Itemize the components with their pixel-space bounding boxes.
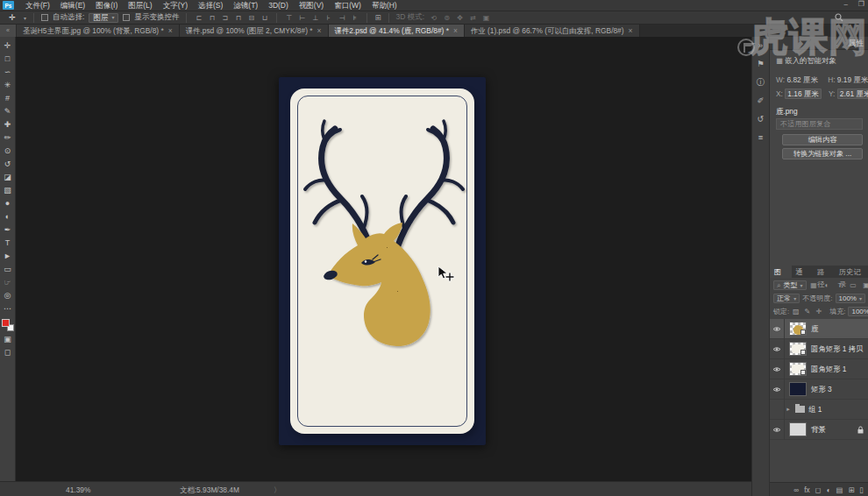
hand-tool[interactable]: ☞ — [1, 276, 15, 289]
tab-document-3-active[interactable]: 课件2.psd @ 41.4% (鹿, RGB/8#) * × — [329, 25, 465, 37]
move-tool[interactable]: ✛ — [1, 39, 15, 53]
tab-document-4[interactable]: 作业 (1).psd @ 66.7% (可以自由发挥, RGB/8#) × — [465, 25, 640, 37]
new-group-icon[interactable]: ▤ — [836, 485, 843, 494]
zoom-tool[interactable]: ◎ — [1, 289, 15, 302]
dodge-tool[interactable]: ◐ — [1, 210, 15, 223]
filter-shape-icon[interactable]: ▭ — [849, 281, 858, 289]
adjustment-layer-icon[interactable]: ◐ — [827, 485, 831, 494]
lasso-tool[interactable]: ∽ — [1, 66, 15, 79]
align-top-icon[interactable]: ⊓ — [233, 14, 243, 22]
layer-name[interactable]: 鹿 — [811, 324, 818, 334]
edit-contents-button[interactable]: 编辑内容 — [782, 134, 863, 145]
align-bottom-icon[interactable]: ⊔ — [260, 14, 269, 22]
tab-history[interactable]: 历史记录 — [835, 266, 868, 278]
group-expand-caret-icon[interactable]: ▸ — [785, 406, 792, 413]
filter-smart-icon[interactable]: ▣ — [862, 281, 868, 289]
lock-position-icon[interactable]: ✛ — [815, 308, 822, 315]
fill-field[interactable]: 100% ▾ — [848, 307, 868, 316]
distribute-top-icon[interactable]: ⊤ — [284, 14, 294, 22]
crop-tool[interactable]: # — [1, 92, 15, 105]
brush-tool[interactable]: ✏ — [1, 131, 15, 145]
layer-comp-dropdown[interactable]: 不适用图层复合 — [776, 118, 863, 130]
layer-row-deer[interactable]: 鹿 — [770, 319, 868, 339]
canvas-area[interactable] — [16, 37, 751, 481]
opacity-field[interactable]: 100% ▾ — [836, 294, 865, 303]
lock-transparent-icon[interactable]: ▨ — [792, 308, 800, 315]
layer-name[interactable]: 组 1 — [808, 405, 822, 415]
menu-filter[interactable]: 滤镜(T) — [228, 0, 263, 11]
distribute-right-icon[interactable]: ⊧ — [350, 14, 359, 22]
color-swatches[interactable] — [2, 319, 14, 331]
tab-document-2[interactable]: 课件.psd @ 100% (图层 2, CMYK/8#) * × — [180, 25, 329, 37]
layer-name[interactable]: 圆角矩形 1 拷贝 — [811, 344, 864, 354]
status-chevron-icon[interactable]: 〉 — [274, 485, 281, 495]
menu-select[interactable]: 选择(S) — [193, 0, 228, 11]
history-brush-tool[interactable]: ↺ — [1, 158, 15, 171]
filter-type-icon[interactable]: T — [836, 281, 845, 289]
gradient-tool[interactable]: ▧ — [1, 184, 15, 197]
filter-adjustment-icon[interactable]: ◐ — [822, 281, 832, 289]
menu-window[interactable]: 窗口(W) — [329, 0, 366, 11]
layer-row-rect3[interactable]: 矩形 3 — [770, 379, 868, 400]
eyedropper-tool[interactable]: ✎ — [1, 105, 15, 118]
minimize-button[interactable]: – — [843, 0, 847, 8]
layer-row-rounded-rect[interactable]: 圆角矩形 1 — [770, 359, 868, 379]
align-left-icon[interactable]: ⊏ — [194, 14, 203, 22]
close-icon[interactable]: × — [629, 26, 633, 35]
path-select-tool[interactable]: ► — [1, 250, 15, 263]
link-layers-icon[interactable]: ∞ — [793, 485, 799, 494]
layer-thumbnail[interactable] — [789, 342, 807, 356]
more-tools[interactable]: ⋯ — [1, 302, 15, 315]
x-position-field[interactable]: 1.16 厘米 — [785, 89, 821, 99]
visibility-eye-icon[interactable] — [770, 339, 785, 359]
filter-pixel-icon[interactable]: ▦ — [809, 281, 819, 289]
menu-layer[interactable]: 图层(L) — [123, 0, 157, 11]
layer-filter-kind-dropdown[interactable]: ⌕ 类型 ▾ — [773, 280, 807, 290]
menu-help[interactable]: 帮助(H) — [366, 0, 402, 11]
layer-mask-icon[interactable]: ◻ — [815, 485, 822, 494]
close-icon[interactable]: × — [168, 26, 173, 35]
marquee-tool[interactable]: □ — [1, 53, 15, 66]
menu-3d[interactable]: 3D(D) — [263, 0, 294, 11]
show-transform-checkbox[interactable] — [123, 14, 130, 21]
clone-stamp-tool[interactable]: ⊙ — [1, 145, 15, 158]
visibility-eye-icon[interactable] — [770, 359, 785, 379]
visibility-eye-icon[interactable] — [770, 379, 785, 400]
tab-channels[interactable]: 通道 — [792, 266, 814, 278]
visibility-eye-icon[interactable] — [770, 319, 785, 339]
3d-slide-icon[interactable]: ⇄ — [468, 14, 478, 22]
menu-type[interactable]: 文字(Y) — [158, 0, 193, 11]
flag-panel-icon[interactable]: ⚑ — [753, 59, 769, 69]
eraser-tool[interactable]: ◪ — [1, 171, 15, 184]
convert-to-linked-button[interactable]: 转换为链接对象 ... — [782, 148, 863, 159]
close-icon[interactable]: × — [317, 26, 322, 35]
toolbar-collapse-header[interactable]: « — [0, 25, 17, 37]
search-icon[interactable] — [835, 13, 843, 24]
tool-preset-arrow-icon[interactable]: ▾ — [24, 15, 26, 21]
layer-name[interactable]: 圆角矩形 1 — [811, 365, 847, 374]
layer-row-group1[interactable]: ▸ 组 1 — [770, 400, 868, 420]
layer-row-background[interactable]: 背景 — [770, 420, 868, 440]
shape-tool[interactable]: ▭ — [1, 263, 15, 276]
auto-select-checkbox[interactable] — [41, 14, 48, 21]
new-layer-icon[interactable]: ⊞ — [848, 485, 854, 494]
tab-layers[interactable]: 图层 — [770, 266, 792, 278]
layer-name[interactable]: 背景 — [811, 425, 826, 435]
layer-thumbnail[interactable] — [789, 362, 807, 376]
layer-thumbnail[interactable] — [789, 322, 807, 336]
menu-image[interactable]: 图像(I) — [90, 0, 123, 11]
pen-tool[interactable]: ✒ — [1, 223, 15, 237]
zoom-level[interactable]: 41.39% — [66, 485, 90, 494]
tab-properties[interactable]: 属性 — [849, 39, 864, 49]
healing-brush-tool[interactable]: ✚ — [1, 118, 15, 131]
3d-zoom-icon[interactable]: ▣ — [481, 14, 491, 22]
properties-panel-icon[interactable]: ≡ — [753, 132, 769, 143]
magic-wand-tool[interactable]: ✳ — [1, 79, 15, 92]
restore-button[interactable]: ❐ — [858, 0, 864, 8]
brush-settings-panel-icon[interactable]: ✐ — [753, 96, 769, 106]
distribute-center-icon[interactable]: ⊣ — [337, 14, 346, 22]
3d-roll-icon[interactable]: ⊚ — [442, 14, 452, 22]
layer-thumbnail[interactable] — [789, 422, 807, 436]
tab-paths[interactable]: 路径 — [813, 266, 835, 278]
history-panel-icon[interactable]: ↺ — [753, 114, 769, 124]
